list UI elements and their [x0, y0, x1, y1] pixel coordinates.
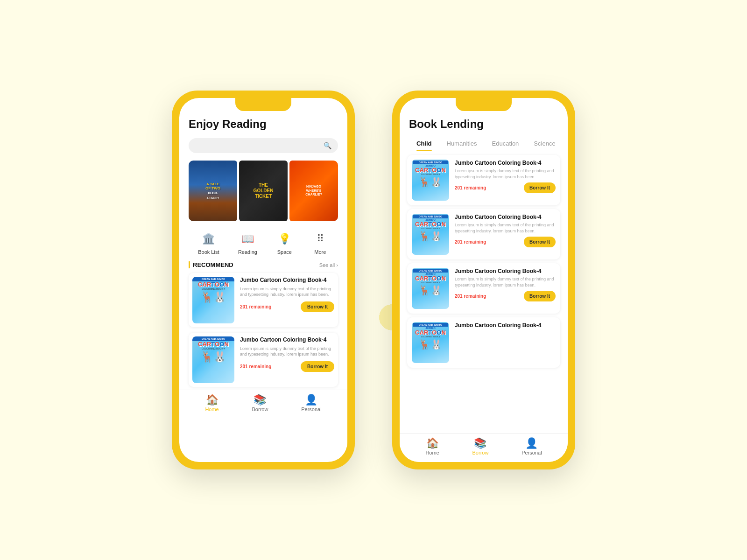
- book-info-2: Jumbo Cartoon Coloring Book-4 Lorem ipsu…: [240, 336, 334, 372]
- p2-book-card-1: DREAM AND JUMBO JUMBO CARTOON COLOURING …: [407, 155, 560, 205]
- p1-title: Enjoy Reading: [189, 118, 338, 131]
- nav-reading[interactable]: 📖 Reading: [238, 231, 257, 255]
- search-bar[interactable]: 🔍: [189, 138, 338, 153]
- nav-space[interactable]: 💡 Space: [276, 231, 293, 255]
- phone-1: Enjoy Reading 🔍 A TALEOF TWOELENA& HENRY…: [172, 91, 355, 469]
- p2-book-title-1: Jumbo Cartoon Coloring Book-4: [455, 160, 556, 166]
- book-info-1: Jumbo Cartoon Coloring Book-4 Lorem ipsu…: [240, 277, 334, 312]
- bottom-borrow-1[interactable]: 📚 Borrow: [252, 395, 268, 412]
- book-card-1: DREAM AND JUMBO CARTOON COLOURING BOOK-4…: [189, 273, 338, 327]
- p2-header: Book Lending: [400, 112, 568, 134]
- cover-cartoon-2: CARTOON: [198, 341, 229, 347]
- tab-child[interactable]: Child: [409, 137, 439, 151]
- notch-1: [235, 98, 291, 111]
- cover-cartoon-1: CARTOON: [198, 281, 229, 287]
- personal-icon-2: 👤: [525, 438, 538, 448]
- p2-cover-sub-3: COLOURING BOOK-4: [421, 281, 440, 284]
- bottom-nav-2: 🏠 Home 📚 Borrow 👤 Personal: [400, 433, 568, 462]
- p2-book-desc-1: Lorem ipsum is simply dummy text of the …: [455, 168, 556, 180]
- tale-cover: A TALEOF TWOELENA& HENRY: [189, 161, 237, 221]
- cartoon-cover-1: DREAM AND JUMBO CARTOON COLOURING BOOK-4…: [192, 277, 234, 323]
- p1-header: Enjoy Reading: [179, 112, 347, 134]
- book-footer-1: 201 remaining Borrow It: [240, 301, 334, 312]
- book-list-icon: 🏛️: [200, 231, 217, 247]
- search-icon: 🔍: [324, 142, 331, 149]
- p2-book-card-4: DREAM AND JUMBO JUMBO CARTOON COLOURING …: [407, 317, 560, 368]
- bottom-borrow-2[interactable]: 📚 Borrow: [472, 438, 489, 455]
- borrow-icon-2: 📚: [474, 438, 486, 448]
- p2-animals-4: 🦌🐰: [419, 339, 442, 350]
- borrow-label-1: Borrow: [252, 406, 268, 412]
- bottom-personal-1[interactable]: 👤 Personal: [301, 395, 321, 412]
- cover-animals-1: 🦌🐰: [201, 291, 226, 303]
- p2-thumb-2: DREAM AND JUMBO JUMBO CARTOON COLOURING …: [412, 214, 449, 255]
- screen-2: Book Lending Child Humanities Education …: [400, 98, 568, 462]
- p2-info-2: Jumbo Cartoon Coloring Book-4 Lorem ipsu…: [455, 214, 556, 247]
- tab-education[interactable]: Education: [485, 137, 527, 151]
- nav-book-list[interactable]: 🏛️ Book List: [198, 231, 219, 255]
- p2-cartoon-2: DREAM AND JUMBO JUMBO CARTOON COLOURING …: [412, 214, 449, 255]
- category-nav: 🏛️ Book List 📖 Reading 💡 Space ⠿ More: [179, 225, 347, 258]
- p2-borrow-btn-3[interactable]: Borrow It: [524, 291, 556, 301]
- p2-cover-sub-1: COLOURING BOOK-4: [421, 173, 440, 175]
- bottom-personal-2[interactable]: 👤 Personal: [521, 438, 542, 455]
- p2-borrow-btn-2[interactable]: Borrow It: [524, 237, 556, 247]
- tab-science[interactable]: Science: [526, 137, 563, 151]
- bottom-nav-1: 🏠 Home 📚 Borrow 👤 Personal: [179, 390, 347, 419]
- banner-book-ninjago: NINJAGOWHERE'SCHARLIE?: [289, 161, 338, 221]
- book-desc-1: Lorem ipsum is simply dummy text of the …: [240, 286, 334, 298]
- remaining-2: 201 remaining: [240, 364, 271, 369]
- bottom-home-1[interactable]: 🏠 Home: [205, 395, 218, 412]
- p2-cartoon-4: DREAM AND JUMBO JUMBO CARTOON COLOURING …: [412, 322, 449, 363]
- p2-info-4: Jumbo Cartoon Coloring Book-4: [455, 322, 556, 330]
- book-footer-2: 201 remaining Borrow It: [240, 361, 334, 372]
- p2-book-desc-3: Lorem ipsum is simply dummy text of the …: [455, 276, 556, 288]
- p2-title: Book Lending: [409, 118, 558, 131]
- ninjago-cover: NINJAGOWHERE'SCHARLIE?: [289, 161, 338, 221]
- p2-remaining-3: 201 remaining: [455, 294, 486, 299]
- notch-2: [456, 98, 512, 111]
- recommend-label: RECOMMEND: [189, 261, 233, 268]
- cover-subtitle-1: COLOURING BOOK-4: [202, 287, 226, 290]
- p2-book-desc-2: Lorem ipsum is simply dummy text of the …: [455, 222, 556, 234]
- see-all-link[interactable]: See all ›: [319, 262, 338, 268]
- ninjago-text: NINJAGOWHERE'SCHARLIE?: [305, 185, 322, 196]
- p2-animals-1: 🦌🐰: [419, 176, 442, 188]
- nav-more[interactable]: ⠿ More: [312, 231, 329, 255]
- p2-remaining-1: 201 remaining: [455, 185, 486, 190]
- reading-icon: 📖: [239, 231, 256, 247]
- borrow-btn-1[interactable]: Borrow It: [301, 301, 334, 312]
- space-label: Space: [277, 249, 292, 255]
- phone-1-screen: Enjoy Reading 🔍 A TALEOF TWOELENA& HENRY…: [179, 98, 347, 462]
- book-desc-2: Lorem ipsum is simply dummy text of the …: [240, 346, 334, 357]
- p2-cartoon-title-1: CARTOON: [415, 167, 446, 173]
- tale-text: A TALEOF TWOELENA& HENRY: [205, 182, 220, 200]
- book-list-label: Book List: [198, 249, 219, 255]
- more-label: More: [314, 249, 326, 255]
- cover-subtitle-2: COLOURING BOOK-4: [202, 347, 226, 350]
- personal-icon-1: 👤: [305, 395, 317, 405]
- p2-footer-1: 201 remaining Borrow It: [455, 182, 556, 193]
- home-label-1: Home: [205, 406, 218, 412]
- p2-borrow-btn-1[interactable]: Borrow It: [524, 182, 556, 193]
- personal-label-1: Personal: [301, 406, 321, 412]
- p2-cover-header-3: DREAM AND JUMBO: [413, 269, 448, 273]
- remaining-1: 201 remaining: [240, 304, 271, 309]
- p2-cartoon-title-4: CARTOON: [415, 329, 446, 336]
- bottom-home-2[interactable]: 🏠 Home: [425, 438, 439, 455]
- p2-info-3: Jumbo Cartoon Coloring Book-4 Lorem ipsu…: [455, 268, 556, 301]
- p2-thumb-4: DREAM AND JUMBO JUMBO CARTOON COLOURING …: [412, 322, 449, 363]
- home-icon-1: 🏠: [206, 395, 218, 405]
- book-thumb-2: DREAM AND JUMBO CARTOON COLOURING BOOK-4…: [192, 336, 234, 383]
- p2-cover-sub-2: COLOURING BOOK-4: [421, 227, 440, 230]
- phone-2-screen: Book Lending Child Humanities Education …: [400, 98, 568, 462]
- p2-book-title-4: Jumbo Cartoon Coloring Book-4: [455, 322, 556, 329]
- borrow-btn-2[interactable]: Borrow It: [301, 361, 334, 372]
- borrow-icon-1: 📚: [254, 395, 266, 405]
- phone-2: Book Lending Child Humanities Education …: [392, 91, 575, 469]
- home-label-2: Home: [425, 450, 439, 455]
- screen-1: Enjoy Reading 🔍 A TALEOF TWOELENA& HENRY…: [179, 98, 347, 462]
- space-icon: 💡: [276, 231, 293, 247]
- book-title-2: Jumbo Cartoon Coloring Book-4: [240, 336, 334, 344]
- tab-humanities[interactable]: Humanities: [439, 137, 485, 151]
